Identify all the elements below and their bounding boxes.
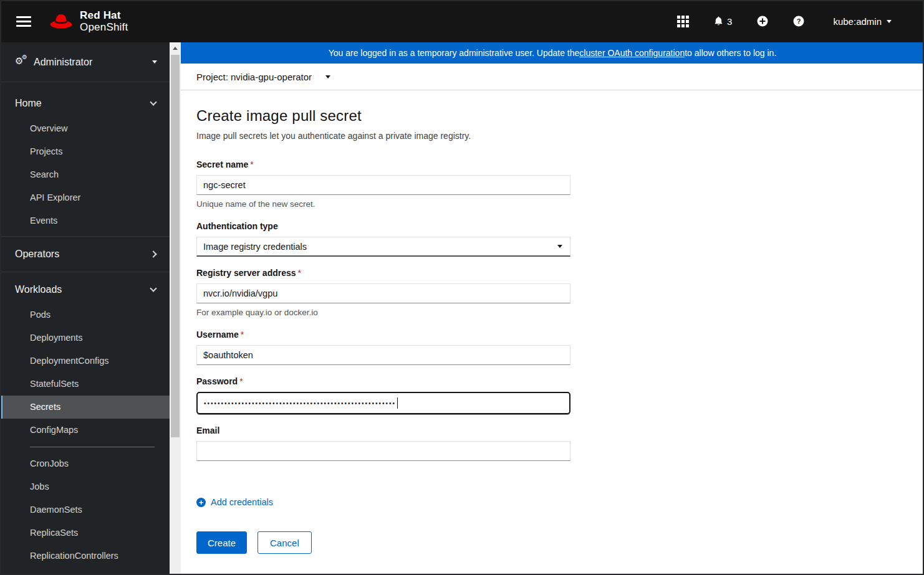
secret-name-label: Secret name* bbox=[196, 159, 570, 170]
login-banner: You are logged in as a temporary adminis… bbox=[181, 42, 924, 64]
question-circle-icon: ? bbox=[793, 16, 804, 27]
required-asterisk: * bbox=[250, 159, 253, 169]
sidebar-item-daemonsets[interactable]: DaemonSets bbox=[0, 498, 170, 521]
nav-section-home[interactable]: Home bbox=[0, 90, 170, 117]
sidebar-item-configmaps[interactable]: ConfigMaps bbox=[0, 419, 170, 442]
nav-divider-inset bbox=[30, 447, 155, 447]
nav-divider bbox=[0, 236, 170, 237]
sidebar-item-search[interactable]: Search bbox=[0, 163, 170, 186]
nav-section-workloads[interactable]: Workloads bbox=[0, 276, 170, 303]
brand-text: Red Hat OpenShift bbox=[80, 9, 128, 33]
sidebar-scrollbar[interactable] bbox=[170, 42, 181, 575]
brand-line1: Red Hat bbox=[80, 9, 128, 21]
registry-address-help: For example quay.io or docker.io bbox=[196, 307, 570, 318]
nav-divider bbox=[0, 272, 170, 272]
plus-circle-icon: + bbox=[196, 498, 206, 507]
svg-text:?: ? bbox=[797, 17, 801, 25]
scrollbar-thumb[interactable] bbox=[171, 55, 180, 437]
chevron-right-icon bbox=[150, 250, 156, 257]
cancel-button[interactable]: Cancel bbox=[257, 531, 312, 554]
sidebar-item-events[interactable]: Events bbox=[0, 209, 170, 232]
caret-down-icon[interactable] bbox=[325, 75, 330, 78]
banner-text-after: to allow others to log in. bbox=[685, 48, 776, 58]
email-input[interactable] bbox=[196, 441, 570, 461]
nav-section-label: Home bbox=[15, 98, 42, 109]
app-launcher-button[interactable] bbox=[677, 16, 689, 27]
scroll-up-arrow-icon[interactable] bbox=[173, 47, 178, 50]
secret-name-input[interactable] bbox=[196, 175, 570, 195]
form-actions: Create Cancel bbox=[196, 531, 570, 554]
secret-name-help: Unique name of the new secret. bbox=[196, 199, 570, 210]
required-asterisk: * bbox=[298, 268, 301, 278]
registry-address-input[interactable] bbox=[196, 283, 570, 303]
cogs-icon: ⚙ ⚙ bbox=[15, 57, 29, 68]
bell-icon bbox=[714, 16, 723, 26]
add-credentials-button[interactable]: + Add credentials bbox=[196, 497, 273, 507]
banner-text-before: You are logged in as a temporary adminis… bbox=[329, 48, 580, 58]
import-button[interactable] bbox=[757, 16, 768, 27]
sidebar-item-deploymentconfigs[interactable]: DeploymentConfigs bbox=[0, 349, 170, 373]
chevron-down-icon bbox=[150, 98, 156, 105]
red-hat-icon bbox=[49, 12, 74, 31]
caret-down-icon bbox=[887, 20, 892, 23]
help-button[interactable]: ? bbox=[793, 16, 804, 27]
text-cursor bbox=[397, 397, 398, 409]
brand-line2: OpenShift bbox=[80, 21, 128, 33]
sidebar-item-cronjobs[interactable]: CronJobs bbox=[0, 452, 170, 475]
app-grid-icon bbox=[677, 16, 689, 27]
username: kube:admin bbox=[833, 16, 882, 27]
notifications-button[interactable]: 3 bbox=[714, 16, 732, 27]
chevron-down-icon bbox=[150, 285, 156, 292]
page-title: Create image pull secret bbox=[196, 107, 924, 125]
auth-type-label: Authentication type bbox=[196, 221, 570, 232]
main-area: You are logged in as a temporary adminis… bbox=[181, 42, 924, 575]
caret-down-icon bbox=[152, 60, 157, 64]
sidebar-nav: Home Overview Projects Search API Explor… bbox=[0, 82, 170, 568]
password-masked-value: ••••••••••••••••••••••••••••••••••••••••… bbox=[204, 400, 396, 407]
sidebar-item-pods[interactable]: Pods bbox=[0, 303, 170, 326]
add-credentials-label: Add credentials bbox=[211, 497, 273, 507]
caret-down-icon bbox=[557, 245, 562, 248]
sidebar-item-overview[interactable]: Overview bbox=[0, 117, 170, 140]
project-dropdown[interactable]: Project: nvidia-gpu-operator bbox=[196, 72, 312, 82]
sidebar-item-deployments[interactable]: Deployments bbox=[0, 326, 170, 349]
sidebar-item-replicationcontrollers[interactable]: ReplicationControllers bbox=[0, 544, 170, 568]
required-asterisk: * bbox=[241, 330, 244, 340]
email-label: Email bbox=[196, 425, 570, 436]
sidebar-item-jobs[interactable]: Jobs bbox=[0, 475, 170, 498]
perspective-label: Administrator bbox=[34, 57, 92, 68]
sidebar-item-statefulsets[interactable]: StatefulSets bbox=[0, 373, 170, 396]
menu-toggle-icon[interactable] bbox=[14, 14, 34, 29]
nav-section-operators[interactable]: Operators bbox=[0, 240, 170, 268]
registry-address-group: Registry server address* For example qua… bbox=[196, 267, 570, 318]
password-group: Password* ••••••••••••••••••••••••••••••… bbox=[196, 376, 570, 414]
username-group: Username* bbox=[196, 329, 570, 365]
auth-type-select[interactable]: Image registry credentials bbox=[196, 237, 570, 257]
page-content: Create image pull secret Image pull secr… bbox=[181, 90, 924, 554]
page-subtitle: Image pull secrets let you authenticate … bbox=[196, 130, 924, 141]
create-button[interactable]: Create bbox=[196, 531, 247, 554]
password-input[interactable]: ••••••••••••••••••••••••••••••••••••••••… bbox=[196, 392, 570, 414]
notification-count: 3 bbox=[727, 16, 732, 27]
auth-type-selected-value: Image registry credentials bbox=[203, 242, 307, 252]
password-label: Password* bbox=[196, 376, 570, 387]
masthead: Red Hat OpenShift 3 ? bbox=[0, 0, 924, 42]
secret-name-group: Secret name* Unique name of the new secr… bbox=[196, 159, 570, 210]
sidebar: ⚙ ⚙ Administrator Home Overview Projects… bbox=[0, 42, 170, 575]
sidebar-item-projects[interactable]: Projects bbox=[0, 140, 170, 163]
registry-address-label: Registry server address* bbox=[196, 267, 570, 278]
project-bar: Project: nvidia-gpu-operator bbox=[181, 64, 924, 90]
username-input[interactable] bbox=[196, 345, 570, 365]
nav-section-label: Operators bbox=[15, 249, 59, 260]
sidebar-item-api-explorer[interactable]: API Explorer bbox=[0, 186, 170, 209]
sidebar-item-replicasets[interactable]: ReplicaSets bbox=[0, 521, 170, 544]
perspective-switcher[interactable]: ⚙ ⚙ Administrator bbox=[0, 42, 170, 82]
sidebar-item-secrets[interactable]: Secrets bbox=[0, 396, 170, 419]
email-group: Email bbox=[196, 425, 570, 461]
required-asterisk: * bbox=[239, 376, 243, 386]
create-secret-form: Secret name* Unique name of the new secr… bbox=[196, 159, 570, 554]
brand-logo[interactable]: Red Hat OpenShift bbox=[49, 9, 128, 33]
user-menu[interactable]: kube:admin bbox=[833, 16, 892, 27]
auth-type-group: Authentication type Image registry crede… bbox=[196, 221, 570, 257]
oauth-configuration-link[interactable]: cluster OAuth configuration bbox=[579, 48, 685, 58]
